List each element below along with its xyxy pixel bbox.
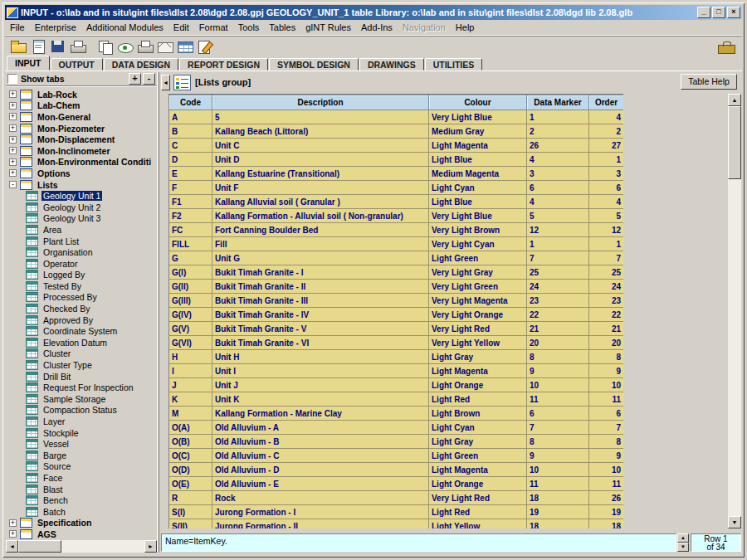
cell-colour[interactable]: Light Magenta <box>429 139 527 153</box>
cell-data-marker[interactable]: 2 <box>527 124 589 139</box>
cell-order[interactable]: 18 <box>589 519 623 528</box>
tree-item[interactable]: Processed By <box>6 292 157 304</box>
cell-code[interactable]: F2 <box>169 209 212 223</box>
cell-description[interactable]: Kallang Alluvial soil ( Granular ) <box>212 195 429 209</box>
tree-item[interactable]: Geology Unit 1 <box>6 190 157 202</box>
add-group-button[interactable]: + <box>129 73 141 85</box>
cell-order[interactable]: 6 <box>589 181 623 195</box>
tree-item[interactable]: Vessel <box>6 438 157 450</box>
cell-code[interactable]: G(V) <box>169 322 212 336</box>
cell-code[interactable]: G(IV) <box>169 308 212 322</box>
tree-item[interactable]: Cluster Type <box>6 359 157 371</box>
cell-description[interactable]: Rock <box>212 491 429 505</box>
cell-colour[interactable]: Light Green <box>429 251 527 265</box>
menu-item[interactable]: Help <box>451 22 480 33</box>
tree-item[interactable]: + Mon-Piezometer <box>6 123 157 134</box>
menu-item[interactable]: Format <box>194 22 233 33</box>
cell-data-marker[interactable]: 18 <box>527 491 589 505</box>
cell-description[interactable]: Old Alluvium - E <box>212 477 429 491</box>
tree-item[interactable]: Batch <box>6 506 157 518</box>
cell-order[interactable]: 26 <box>589 491 623 505</box>
cell-order[interactable]: 7 <box>589 421 623 435</box>
tree-item[interactable]: + Mon-General <box>6 111 157 123</box>
menu-item[interactable]: Edit <box>168 22 194 33</box>
cell-colour[interactable]: Light Green <box>429 449 527 463</box>
cell-data-marker[interactable]: 26 <box>527 139 589 153</box>
cell-description[interactable]: Bukit Timah Granite - II <box>212 280 429 294</box>
cell-description[interactable]: Kallang Beach (Littoral) <box>212 124 429 139</box>
cell-data-marker[interactable]: 12 <box>527 223 589 237</box>
tree-item[interactable]: Barge <box>6 450 157 461</box>
cell-colour[interactable]: Very Light Red <box>429 322 527 336</box>
cell-order[interactable]: 7 <box>589 251 623 265</box>
cell-colour[interactable]: Medium Gray <box>429 124 527 139</box>
tree-item[interactable]: Checked By <box>6 303 157 314</box>
cell-order[interactable]: 23 <box>589 294 623 308</box>
cell-code[interactable]: G(III) <box>169 294 212 308</box>
tree-expand-toggle[interactable]: + <box>9 530 17 538</box>
scrollbar-track[interactable] <box>61 540 144 553</box>
minimize-icon[interactable]: _ <box>697 7 710 18</box>
cell-code[interactable]: M <box>169 407 212 421</box>
cell-order[interactable]: 8 <box>589 350 623 364</box>
tree-expand-toggle[interactable]: + <box>9 136 17 144</box>
cell-order[interactable]: 9 <box>589 364 623 378</box>
cell-description[interactable]: Unit F <box>212 181 429 195</box>
cell-description[interactable]: Bukit Timah Granite - I <box>212 265 429 280</box>
cell-data-marker[interactable]: 6 <box>527 181 589 195</box>
cell-description[interactable]: Unit K <box>212 392 429 407</box>
cell-description[interactable]: Unit H <box>212 350 429 364</box>
tree-expand-toggle[interactable]: + <box>9 124 17 132</box>
tree-item[interactable]: Area <box>6 224 157 236</box>
cell-order[interactable]: 19 <box>589 505 623 519</box>
scrollbar-thumb[interactable] <box>728 106 741 179</box>
cell-code[interactable]: I <box>169 364 212 378</box>
tab[interactable]: INPUT <box>7 56 50 71</box>
cell-order[interactable]: 25 <box>589 265 623 280</box>
cell-colour[interactable]: Very Light Gray <box>429 265 527 280</box>
cell-data-marker[interactable]: 9 <box>527 364 589 378</box>
cell-data-marker[interactable]: 23 <box>527 294 589 308</box>
cell-description[interactable]: 5 <box>212 110 429 124</box>
collapse-tree-icon[interactable]: ◄ <box>161 75 170 90</box>
tree-item[interactable]: + AGS <box>6 528 157 539</box>
cell-data-marker[interactable]: 18 <box>527 519 589 528</box>
cell-description[interactable]: Unit J <box>212 378 429 392</box>
cell-colour[interactable]: Light Yellow <box>429 519 527 528</box>
cell-colour[interactable]: Very Light Magenta <box>429 294 527 308</box>
show-tabs-checkbox[interactable] <box>7 74 17 84</box>
cell-data-marker[interactable]: 6 <box>527 407 589 421</box>
tab[interactable]: DATA DESIGN <box>104 58 178 71</box>
scroll-up-icon[interactable]: ▲ <box>728 94 741 106</box>
cell-code[interactable]: G <box>169 251 212 265</box>
cell-code[interactable]: FC <box>169 223 212 237</box>
cell-colour[interactable]: Light Cyan <box>429 181 527 195</box>
cell-description[interactable]: Fill <box>212 237 429 251</box>
cell-order[interactable]: 12 <box>589 223 623 237</box>
scroll-left-icon[interactable]: ◄ <box>6 540 18 553</box>
tree-item[interactable]: Geology Unit 3 <box>6 213 157 225</box>
cell-code[interactable]: O(B) <box>169 435 212 449</box>
toolbox-icon[interactable] <box>715 37 735 55</box>
cell-description[interactable]: Jurong Formation - I <box>212 505 429 519</box>
tree-expand-toggle[interactable]: + <box>9 113 17 120</box>
cell-colour[interactable]: Light Orange <box>429 477 527 491</box>
cell-data-marker[interactable]: 4 <box>527 153 589 167</box>
cell-order[interactable]: 6 <box>589 407 623 421</box>
menu-item[interactable]: Add-Ins <box>356 22 398 33</box>
cell-order[interactable]: 11 <box>589 392 623 407</box>
cell-data-marker[interactable]: 19 <box>527 505 589 519</box>
maximize-icon[interactable]: □ <box>712 7 725 18</box>
cell-description[interactable]: Bukit Timah Granite - V <box>212 322 429 336</box>
remove-group-button[interactable]: - <box>143 73 155 85</box>
close-icon[interactable]: × <box>727 7 740 18</box>
cell-data-marker[interactable]: 22 <box>527 308 589 322</box>
cell-order[interactable]: 9 <box>589 449 623 463</box>
cell-code[interactable]: R <box>169 491 212 505</box>
tree-item[interactable]: Request For Inspection <box>6 382 157 393</box>
tree-item[interactable]: Compaction Status <box>6 405 157 416</box>
cell-description[interactable]: Unit D <box>212 153 429 167</box>
cell-data-marker[interactable]: 10 <box>527 463 589 477</box>
tree-item[interactable]: Sample Storage <box>6 393 157 405</box>
scroll-right-icon[interactable]: ► <box>144 540 157 553</box>
